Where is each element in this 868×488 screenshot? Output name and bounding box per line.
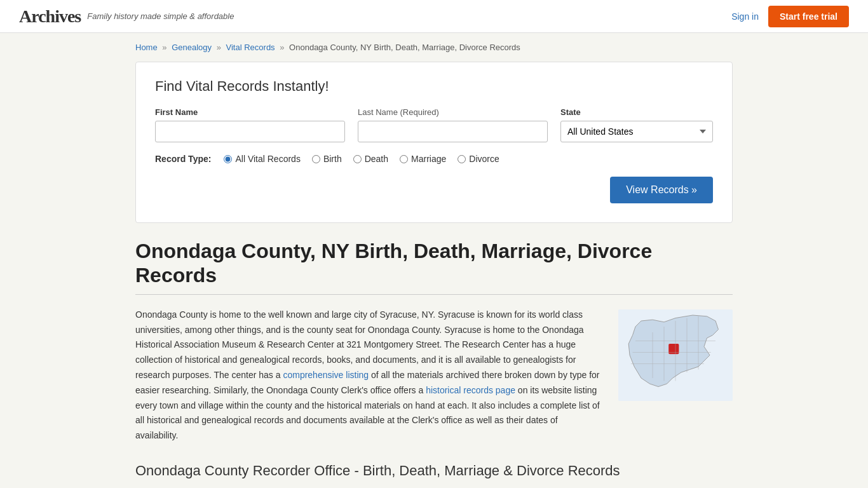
record-type-label: Record Type: bbox=[155, 154, 211, 164]
breadcrumb-sep3: » bbox=[280, 43, 284, 52]
radio-marriage[interactable]: Marriage bbox=[400, 154, 446, 164]
breadcrumb-sep2: » bbox=[217, 43, 221, 52]
historical-records-link[interactable]: historical records page bbox=[426, 385, 515, 395]
radio-divorce-label: Divorce bbox=[469, 154, 499, 164]
radio-all-vital-label: All Vital Records bbox=[235, 154, 300, 164]
radio-birth-input[interactable] bbox=[312, 155, 320, 163]
search-fields: First Name Last Name (Required) State Al… bbox=[155, 107, 713, 142]
search-box: Find Vital Records Instantly! First Name… bbox=[135, 62, 733, 223]
body-paragraph: Onondaga County is home to the well know… bbox=[135, 308, 602, 444]
radio-all-vital[interactable]: All Vital Records bbox=[224, 154, 300, 164]
last-name-input[interactable] bbox=[358, 121, 548, 142]
first-name-input[interactable] bbox=[155, 121, 345, 142]
breadcrumb-home[interactable]: Home bbox=[135, 43, 158, 52]
first-name-group: First Name bbox=[155, 107, 345, 142]
last-name-label: Last Name (Required) bbox=[358, 107, 548, 117]
radio-death[interactable]: Death bbox=[353, 154, 388, 164]
recorder-heading: Onondaga County Recorder Office - Birth,… bbox=[135, 463, 733, 479]
ny-map bbox=[618, 308, 733, 403]
site-header: Archives Family history made simple & af… bbox=[0, 0, 868, 33]
radio-group: All Vital Records Birth Death Marriage D… bbox=[224, 154, 499, 164]
site-logo: Archives bbox=[19, 6, 81, 27]
title-divider bbox=[135, 294, 733, 295]
page-title: Onondaga County, NY Birth, Death, Marria… bbox=[135, 239, 733, 288]
record-type-row: Record Type: All Vital Records Birth Dea… bbox=[155, 154, 713, 164]
state-select[interactable]: All United States New York bbox=[560, 121, 713, 142]
ny-state-map bbox=[618, 308, 733, 403]
content-section: Onondaga County is home to the well know… bbox=[135, 308, 733, 444]
breadcrumb-vital-records[interactable]: Vital Records bbox=[226, 43, 275, 52]
breadcrumb: Home » Genealogy » Vital Records » Onond… bbox=[135, 43, 733, 52]
required-indicator: (Required) bbox=[400, 107, 439, 117]
breadcrumb-sep1: » bbox=[162, 43, 166, 52]
content-body: Onondaga County is home to the well know… bbox=[135, 308, 602, 444]
search-title: Find Vital Records Instantly! bbox=[155, 78, 713, 95]
search-actions: View Records » bbox=[155, 177, 713, 203]
header-right: Sign in Start free trial bbox=[731, 6, 849, 27]
main-content: Home » Genealogy » Vital Records » Onond… bbox=[123, 33, 745, 488]
site-tagline: Family history made simple & affordable bbox=[87, 11, 234, 21]
radio-marriage-label: Marriage bbox=[411, 154, 446, 164]
radio-death-label: Death bbox=[365, 154, 388, 164]
breadcrumb-genealogy[interactable]: Genealogy bbox=[172, 43, 212, 52]
radio-divorce-input[interactable] bbox=[458, 155, 466, 163]
first-name-label: First Name bbox=[155, 107, 345, 117]
radio-all-vital-input[interactable] bbox=[224, 155, 232, 163]
last-name-group: Last Name (Required) bbox=[358, 107, 548, 142]
radio-marriage-input[interactable] bbox=[400, 155, 408, 163]
county-highlight bbox=[668, 344, 679, 354]
start-trial-button[interactable]: Start free trial bbox=[768, 6, 849, 27]
header-left: Archives Family history made simple & af… bbox=[19, 6, 234, 27]
view-records-button[interactable]: View Records » bbox=[610, 177, 713, 203]
radio-divorce[interactable]: Divorce bbox=[458, 154, 499, 164]
breadcrumb-current: Onondaga County, NY Birth, Death, Marria… bbox=[289, 43, 520, 52]
comprehensive-listing-link[interactable]: comprehensive listing bbox=[283, 370, 369, 380]
radio-birth[interactable]: Birth bbox=[312, 154, 342, 164]
state-label: State bbox=[560, 107, 713, 117]
state-group: State All United States New York bbox=[560, 107, 713, 142]
radio-birth-label: Birth bbox=[323, 154, 342, 164]
radio-death-input[interactable] bbox=[353, 155, 362, 163]
sign-in-link[interactable]: Sign in bbox=[731, 11, 759, 22]
